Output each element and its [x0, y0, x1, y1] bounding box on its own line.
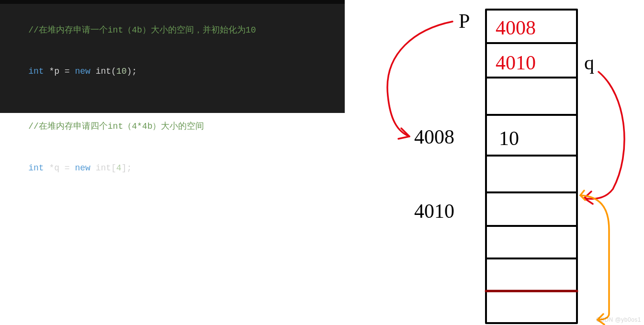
code-fragment: *q = [44, 163, 75, 173]
code-comment-2: //在堆内存申请四个int（4*4b）大小的空间 [8, 106, 340, 147]
comment-text: //在堆内存申请一个int（4b）大小的空间，并初始化为10 [28, 25, 256, 35]
p-arrow [387, 22, 452, 136]
blank-line [8, 92, 340, 106]
memory-diagram: 4008 4010 10 P q 4008 4010 [345, 0, 644, 325]
new-keyword: new [75, 67, 90, 76]
addr-p-label: 4008 [414, 126, 454, 148]
code-comment-1: //在堆内存申请一个int（4b）大小的空间，并初始化为10 [8, 10, 340, 51]
number-literal: 10 [116, 67, 127, 76]
watermark: CSDN @yb0os1 [596, 316, 641, 323]
code-line-1: int *p = new int(10); [8, 51, 340, 92]
number-literal: 4 [116, 163, 122, 173]
type-keyword: int [28, 67, 44, 76]
type-keyword: int [28, 163, 44, 173]
code-line-2: int *q = new int[4]; [8, 147, 340, 189]
array-span [580, 195, 609, 320]
p-label: P [459, 10, 470, 32]
code-fragment: *p = [44, 67, 75, 76]
code-fragment: int( [90, 67, 116, 76]
code-fragment: ]; [122, 163, 132, 173]
new-keyword: new [75, 163, 90, 173]
comment-text: //在堆内存申请四个int（4*4b）大小的空间 [28, 122, 204, 131]
code-block: //在堆内存申请一个int（4b）大小的空间，并初始化为10 int *p = … [0, 0, 345, 113]
cell-q-value: 4010 [496, 52, 536, 74]
q-arrow [584, 72, 624, 199]
cell-p-value: 4008 [496, 17, 536, 39]
addr-q-label: 4010 [414, 200, 454, 222]
code-fragment: int[ [90, 163, 116, 173]
heap-value-10: 10 [499, 127, 519, 149]
q-label: q [584, 52, 594, 74]
code-fragment: ); [126, 67, 137, 76]
